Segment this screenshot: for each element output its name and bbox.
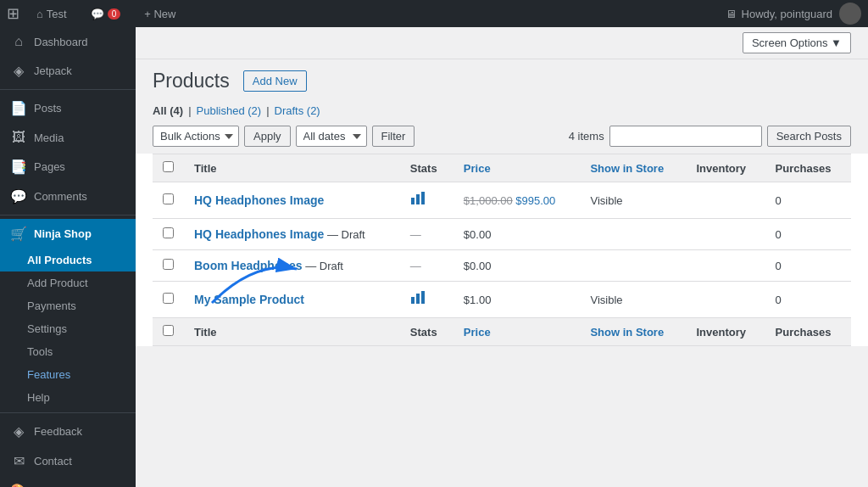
apply-button[interactable]: Apply xyxy=(244,126,291,147)
product-price-cell: $0.00 xyxy=(453,250,581,282)
svg-rect-2 xyxy=(416,194,420,204)
sidebar-item-tools[interactable]: Tools xyxy=(0,340,136,363)
sidebar-item-ninja-shop[interactable]: 🛒 Ninja Shop xyxy=(0,219,136,249)
items-count: 4 items xyxy=(569,130,604,143)
sidebar-item-label: Pages xyxy=(34,160,65,173)
col-header-inventory: Inventory xyxy=(686,154,765,182)
table-row: Boom Headphones — Draft — $0.00 0 xyxy=(153,250,851,282)
product-inventory-cell xyxy=(686,282,765,318)
adminbar-new[interactable]: + New xyxy=(137,0,182,27)
sidebar-item-media[interactable]: 🖼 Media xyxy=(0,123,136,152)
feedback-label: Feedback xyxy=(34,425,82,438)
col-header-stats: Stats xyxy=(400,154,453,182)
wp-logo-icon[interactable]: ⊞ xyxy=(7,4,19,23)
product-title-cell: Boom Headphones — Draft xyxy=(184,250,400,282)
row-checkbox[interactable] xyxy=(163,193,174,204)
sidebar-item-jetpack[interactable]: ◈ Jetpack xyxy=(0,56,136,86)
tab-published[interactable]: Published (2) xyxy=(197,103,262,119)
filter-button[interactable]: Filter xyxy=(372,126,415,147)
row-checkbox[interactable] xyxy=(163,227,174,238)
settings-label: Settings xyxy=(27,322,67,335)
help-label: Help xyxy=(27,391,50,404)
sidebar-item-all-products[interactable]: All Products xyxy=(0,249,136,271)
sidebar-item-label: Posts xyxy=(34,102,62,115)
select-all-checkbox[interactable] xyxy=(163,161,174,172)
product-stats-cell: — xyxy=(400,219,453,250)
em-dash-icon: — xyxy=(410,260,421,272)
row-checkbox[interactable] xyxy=(163,293,174,304)
product-title-link[interactable]: HQ Headphones Image xyxy=(194,227,324,241)
features-label: Features xyxy=(27,368,70,381)
sidebar-item-settings[interactable]: Settings xyxy=(0,317,136,340)
product-purchases-cell: 0 xyxy=(765,250,851,282)
product-store-cell: Visible xyxy=(580,282,686,318)
product-stats-cell: — xyxy=(400,250,453,282)
admin-bar: ⊞ ⌂ Test 💬 0 + New 🖥 Howdy, pointguard xyxy=(0,0,868,27)
table-row: My Sample Product $1.00 xyxy=(153,282,851,318)
product-title-cell: My Sample Product xyxy=(184,282,400,318)
table-row: HQ Headphones Image — Draft — $0.00 0 xyxy=(153,219,851,250)
screen-options-button[interactable]: Screen Options ▼ xyxy=(743,32,851,53)
select-all-footer-checkbox[interactable] xyxy=(163,325,174,336)
comments-icon: 💬 xyxy=(10,188,27,204)
product-title-cell: HQ Headphones Image xyxy=(184,182,400,219)
stats-chart-svg xyxy=(410,191,426,206)
sidebar-item-add-product[interactable]: Add Product xyxy=(0,271,136,294)
sidebar-item-dashboard[interactable]: ⌂ Dashboard xyxy=(0,27,136,56)
svg-rect-3 xyxy=(421,192,425,204)
sidebar-item-contact[interactable]: ✉ Contact xyxy=(0,446,136,476)
avatar[interactable] xyxy=(839,3,861,25)
tab-drafts[interactable]: Drafts (2) xyxy=(275,103,320,119)
col-footer-purchases: Purchases xyxy=(765,318,851,346)
row-checkbox-cell xyxy=(153,250,184,282)
dates-filter-select[interactable]: All dates xyxy=(296,126,367,147)
page-title: Products xyxy=(153,70,230,92)
product-price-cell: $0.00 xyxy=(453,219,581,250)
search-posts-button[interactable]: Search Posts xyxy=(767,126,851,147)
row-checkbox-cell xyxy=(153,182,184,219)
ninja-shop-icon: 🛒 xyxy=(10,226,27,242)
svg-rect-4 xyxy=(411,297,415,304)
sidebar-item-posts[interactable]: 📄 Posts xyxy=(0,93,136,123)
product-price-cell: $1.00 xyxy=(453,282,581,318)
products-table-wrapper: Title Stats Price Show in Store Inventor… xyxy=(136,154,868,346)
product-title-link[interactable]: My Sample Product xyxy=(194,293,304,306)
sidebar-item-payments[interactable]: Payments xyxy=(0,294,136,317)
sidebar-item-label: Dashboard xyxy=(34,36,88,48)
sidebar-item-features[interactable]: Features xyxy=(0,363,136,386)
product-title-link[interactable]: HQ Headphones Image xyxy=(194,193,324,207)
products-table: Title Stats Price Show in Store Inventor… xyxy=(153,154,851,346)
sidebar-item-comments[interactable]: 💬 Comments xyxy=(0,182,136,211)
add-new-button[interactable]: Add New xyxy=(243,70,307,92)
posts-icon: 📄 xyxy=(10,100,27,116)
tools-label: Tools xyxy=(27,345,53,358)
contact-icon: ✉ xyxy=(10,453,27,469)
adminbar-comments[interactable]: 💬 0 xyxy=(84,0,128,27)
search-input[interactable] xyxy=(609,126,762,147)
col-footer-stats: Stats xyxy=(400,318,453,346)
bulk-actions-select[interactable]: Bulk Actions xyxy=(153,126,239,147)
add-product-label: Add Product xyxy=(27,277,88,289)
row-checkbox-cell xyxy=(153,219,184,250)
product-stats-cell xyxy=(400,282,453,318)
row-checkbox[interactable] xyxy=(163,259,174,270)
svg-rect-5 xyxy=(416,294,420,304)
sidebar-item-pages[interactable]: 📑 Pages xyxy=(0,152,136,182)
adminbar-howdy: 🖥 Howdy, pointguard xyxy=(726,8,832,20)
price-original: $1,000.00 xyxy=(464,194,513,207)
col-footer-title: Title xyxy=(184,318,400,346)
price-sale-link[interactable]: $995.00 xyxy=(515,194,555,207)
product-title-suffix: — Draft xyxy=(327,228,365,241)
col-footer-show-in-store: Show in Store xyxy=(580,318,686,346)
sidebar-item-feedback[interactable]: ◈ Feedback xyxy=(0,417,136,446)
sidebar-item-help[interactable]: Help xyxy=(0,386,136,409)
main-content: Screen Options ▼ Products Add New All (4… xyxy=(136,27,868,487)
ninja-shop-label: Ninja Shop xyxy=(34,227,92,240)
sidebar-item-appearance[interactable]: 🎨 Appearance xyxy=(0,476,136,487)
sidebar-item-label: Comments xyxy=(34,190,87,203)
col-header-purchases: Purchases xyxy=(765,154,851,182)
product-title-suffix: — Draft xyxy=(305,260,343,272)
product-title-link[interactable]: Boom Headphones xyxy=(194,259,303,272)
tab-all[interactable]: All (4) xyxy=(153,103,183,119)
adminbar-site[interactable]: ⌂ Test xyxy=(30,0,74,27)
